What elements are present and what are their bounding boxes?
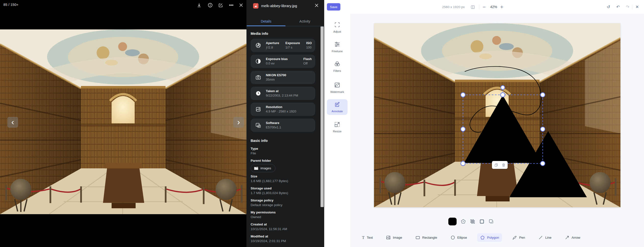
storage-used-label: Storage used	[251, 186, 315, 191]
zoom-in-icon[interactable]: +	[499, 4, 505, 10]
revert-icon[interactable]: ↺	[606, 4, 612, 10]
stroke-outline-icon[interactable]	[479, 219, 484, 224]
parent-folder-chip[interactable]: images	[251, 164, 276, 172]
aperture-icon	[251, 42, 266, 48]
tool-pen[interactable]: Pen	[509, 233, 528, 242]
resize-icon	[334, 121, 340, 128]
details-header: melk-abbey-library.jpg	[246, 0, 324, 15]
fill-color-swatch-black[interactable]	[448, 218, 457, 226]
tab-activity[interactable]: Activity	[286, 17, 324, 26]
iso-value: 100	[306, 45, 312, 50]
toolbar-divider-2	[632, 4, 632, 9]
tab-details[interactable]: Details	[247, 17, 286, 26]
crop-icon	[334, 21, 340, 28]
rail-item-filters[interactable]: Filters	[324, 61, 350, 72]
card-camera[interactable]: NIKON E5700 35mm	[251, 71, 315, 84]
created-at-label: Created at	[251, 222, 315, 227]
arrow-tool-icon	[565, 235, 570, 240]
flash-value: Off	[303, 61, 312, 66]
created-at-value: 10/11/2024, 11:56:31 AM	[251, 227, 315, 231]
photo-viewer: 85 / 150+ ‹ ›	[0, 0, 246, 247]
watermark-icon	[334, 82, 340, 88]
delete-shape-icon[interactable]	[502, 163, 506, 167]
duplicate-shape-icon[interactable]	[494, 163, 498, 167]
tool-line[interactable]: Line	[535, 233, 554, 242]
card-exposure-settings[interactable]: Aperture ƒ/2.8 Exposure 1/7 s ISO 100	[251, 39, 315, 52]
camera-icon	[251, 74, 266, 80]
size-value: 1.6 MB (1,682,177 Bytes)	[251, 179, 315, 183]
close-editor-icon[interactable]: ✕	[634, 4, 640, 10]
tool-arrow[interactable]: Arrow	[562, 233, 583, 242]
camera-model-label: NIKON E5700	[266, 73, 286, 77]
handle-top-left	[461, 93, 465, 97]
info-icon[interactable]	[207, 2, 213, 8]
modified-at-label: Modified at	[251, 234, 315, 239]
resolution-value: 4.9 MP · 2560 x 1920	[266, 109, 296, 114]
color-picker-icon[interactable]: #	[460, 219, 466, 224]
card-software[interactable]: Software E5700v1.1	[251, 119, 315, 132]
text-tool-icon: T	[362, 236, 364, 240]
resolution-label: Resolution	[266, 105, 296, 109]
toolbar-divider	[479, 4, 479, 9]
tool-ellipse[interactable]: Ellipse	[448, 233, 470, 242]
transparent-fill-icon[interactable]	[470, 219, 475, 224]
details-panel: melk-abbey-library.jpg Details Activity …	[246, 0, 324, 247]
tool-image[interactable]: Image	[383, 233, 405, 242]
field-storage-used: Storage used 1.7 MB (1,803,024 Bytes)	[251, 186, 315, 195]
photo-melk-abbey-library	[0, 29, 246, 214]
rail-item-finetune[interactable]: Finetune	[324, 41, 350, 53]
download-icon[interactable]	[196, 2, 202, 8]
type-value: File	[251, 151, 315, 156]
card-resolution[interactable]: Resolution 4.9 MP · 2560 x 1920	[251, 103, 315, 116]
file-name-title: melk-abbey-library.jpg	[261, 4, 297, 8]
rail-item-watermark[interactable]: Watermark	[324, 82, 350, 93]
software-value: E5700v1.1	[266, 125, 281, 130]
annotation-layer[interactable]	[374, 23, 620, 207]
close-details-icon[interactable]	[314, 3, 320, 8]
flash-label: Flash	[303, 57, 312, 61]
close-icon[interactable]	[238, 2, 244, 8]
handle-top-center	[500, 93, 505, 97]
modified-at-value: 10/19/2024, 2:01:31 PM	[251, 239, 315, 243]
parent-folder-value: images	[260, 166, 271, 170]
handle-top-right	[540, 93, 545, 97]
type-label: Type	[251, 146, 315, 151]
parent-folder-label: Parent folder	[251, 158, 315, 163]
svg-text:#: #	[462, 220, 464, 223]
shadow-style-icon[interactable]	[488, 219, 494, 224]
zoom-out-icon[interactable]: −	[481, 4, 487, 10]
next-photo-button[interactable]: ›	[233, 117, 244, 128]
annotate-tools-row: T Text Image Rectangle Ellipse Polygon P…	[324, 233, 618, 242]
undo-icon[interactable]: ↶	[615, 4, 621, 10]
edit-icon[interactable]	[218, 2, 224, 8]
shape-mini-toolbar	[492, 161, 508, 169]
tool-polygon[interactable]: Polygon	[477, 233, 502, 242]
redo-icon[interactable]: ↷	[625, 4, 630, 10]
asset-counter: 85 / 150+	[4, 3, 18, 6]
permissions-value: Owned	[251, 215, 315, 219]
rail-item-adjust[interactable]: Adjust	[324, 21, 350, 33]
save-button[interactable]: Save	[327, 3, 340, 10]
jpeg-file-icon	[253, 3, 258, 8]
field-permissions: My permissions Owned	[251, 210, 315, 219]
tool-text[interactable]: T Text	[359, 234, 376, 242]
card-taken-at[interactable]: Taken at 9/22/2003, 2:13:44 PM	[251, 87, 315, 100]
ellipse-tool-icon	[450, 235, 455, 240]
exposure-bias-icon	[251, 58, 266, 64]
tool-rectangle[interactable]: Rectangle	[412, 233, 440, 242]
taken-at-label: Taken at	[266, 89, 298, 93]
exposure-bias-label: Exposure bias	[266, 57, 288, 61]
card-exposure-bias[interactable]: Exposure bias 0.0 ev Flash Off	[251, 55, 315, 68]
rail-item-resize[interactable]: Resize	[324, 121, 350, 133]
exposure-bias-value: 0.0 ev	[266, 61, 288, 66]
details-scrollbar[interactable]	[320, 26, 324, 207]
image-icon	[251, 106, 266, 112]
compare-icon[interactable]	[470, 5, 475, 10]
more-icon[interactable]	[228, 2, 234, 8]
aperture-value: ƒ/2.8	[266, 45, 279, 50]
storage-policy-label: Storage policy	[251, 198, 315, 203]
line-tool-icon	[538, 235, 543, 240]
previous-photo-button[interactable]: ‹	[7, 117, 18, 128]
rail-item-annotate[interactable]: Annotate	[327, 99, 348, 115]
image-tool-icon	[386, 235, 391, 240]
